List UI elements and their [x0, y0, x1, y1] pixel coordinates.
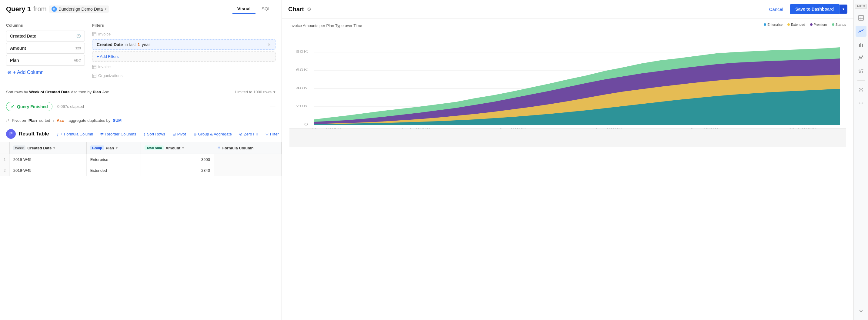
svg-point-33 [861, 58, 862, 59]
pivot-direction: Asc [57, 118, 64, 123]
svg-text:Apr 2020: Apr 2020 [498, 127, 526, 128]
table-row: 2 2019-W45 Extended 2340 [0, 165, 282, 176]
amount-chevron[interactable]: ▾ [182, 146, 184, 150]
legend-dot-extended [787, 23, 790, 26]
area-chart-view-icon[interactable] [856, 26, 867, 37]
column-item-created-date[interactable]: Created Date 🕐 [6, 31, 85, 41]
pivot-info-bar: ⇄ Pivot on Plan sorted ↕ Asc , aggregate… [0, 115, 282, 126]
expand-icon: ▾ [273, 90, 276, 94]
created-date-chevron[interactable]: ▾ [53, 146, 55, 150]
db-dropdown-arrow: ▾ [105, 7, 106, 10]
column-name: Plan [10, 58, 19, 63]
status-label: Query Finished [17, 104, 48, 109]
grid-settings-icon[interactable] [856, 84, 867, 95]
svg-rect-31 [862, 44, 863, 47]
filter-source-3: Organizations [92, 72, 276, 79]
pivot-on-text: Pivot on [12, 118, 26, 123]
svg-point-39 [862, 88, 863, 89]
sort-icon: ↕ [143, 132, 146, 136]
source-label-2: Invoice [98, 65, 111, 69]
legend-label-extended: Extended [791, 23, 805, 26]
legend-dot-enterprise [764, 23, 766, 26]
bar-chart-view-icon[interactable] [856, 39, 867, 50]
combo-chart-view-icon[interactable] [856, 66, 867, 77]
save-main-button[interactable]: Save to Dashboard [790, 4, 839, 14]
row-num-2: 2 [0, 165, 9, 176]
add-filter-button[interactable]: + Add Filters [92, 52, 276, 62]
filter-label: Filter [270, 132, 279, 136]
filters-title: Filters [92, 23, 276, 28]
sort-field-1: Week of Created Date [29, 90, 69, 94]
add-formula-icon[interactable]: + [218, 145, 220, 151]
filter-button[interactable]: ▽ Filter [262, 130, 282, 138]
svg-rect-0 [92, 32, 96, 36]
view-tabs: Visual SQL [232, 4, 276, 13]
legend-label-startup: Startup [836, 23, 846, 26]
more-options-icon[interactable] [856, 98, 867, 108]
group-aggregate-button[interactable]: ⊕ Group & Aggregate [190, 130, 235, 138]
reorder-columns-button[interactable]: ⇄ Reorder Columns [97, 130, 139, 138]
limit-indicator[interactable]: Limited to 1000 rows ▾ [235, 90, 276, 94]
tab-visual[interactable]: Visual [232, 4, 255, 13]
filter-close-icon[interactable]: ✕ [267, 42, 271, 47]
svg-rect-3 [92, 65, 96, 69]
line-chart-view-icon[interactable] [856, 53, 867, 63]
formula-column-header[interactable]: + Formula Column [214, 142, 282, 154]
plan-chevron[interactable]: ▾ [116, 146, 118, 150]
pivot-field: Plan [29, 118, 37, 123]
legend-dot-startup [832, 23, 834, 26]
add-column-button[interactable]: ⊕ + Add Column [6, 67, 85, 77]
scroll-down-icon[interactable] [856, 306, 867, 316]
svg-rect-30 [861, 43, 861, 47]
db-selector[interactable]: D Dundersign Demo Data ▾ [49, 5, 109, 13]
plan-header[interactable]: Group Plan ▾ [86, 142, 141, 154]
row-2-date: 2019-W45 [9, 165, 86, 176]
sort-prefix: Sort rows by [6, 90, 28, 94]
zero-fill-button[interactable]: ⊘ Zero Fill [236, 130, 261, 138]
amount-header[interactable]: Total sum Amount ▾ [141, 142, 214, 154]
db-name: Dundersign Demo Data [59, 7, 103, 11]
formula-column-button[interactable]: ƒ + Formula Column [54, 130, 96, 138]
app-container: Query 1 from D Dundersign Demo Data ▾ Vi… [0, 0, 868, 320]
table-view-icon[interactable] [856, 12, 867, 23]
save-dropdown-button[interactable]: ▾ [839, 4, 847, 13]
sort-rows-button[interactable]: ↕ Sort Rows [140, 130, 168, 138]
query-from-label: from [33, 5, 47, 13]
column-name: Amount [10, 46, 26, 51]
group-tag: Group [90, 146, 104, 150]
result-table-icon: P [6, 129, 16, 139]
legend-label-premium: Premium [814, 23, 827, 26]
reorder-icon: ⇄ [100, 132, 104, 136]
plan-label: Plan [106, 146, 114, 150]
chart-title: Chart [288, 6, 304, 13]
left-panel: Query 1 from D Dundersign Demo Data ▾ Vi… [0, 0, 282, 320]
column-item-plan[interactable]: Plan ABC [6, 55, 85, 66]
table-small-icon-2 [92, 65, 96, 69]
add-column-label: + Add Column [13, 70, 44, 75]
column-name: Created Date [10, 34, 36, 38]
formula-label: + Formula Column [61, 132, 93, 136]
clock-icon: 🕐 [76, 34, 81, 38]
right-sidebar: AUTO [854, 0, 868, 320]
tab-sql[interactable]: SQL [257, 4, 276, 13]
svg-rect-37 [862, 71, 863, 73]
pivot-agg-fn: SUM [113, 118, 122, 123]
column-item-amount[interactable]: Amount 123 [6, 43, 85, 54]
row-2-plan: Extended [86, 165, 141, 176]
chart-area: Invoice Amounts per Plan Type over Time … [282, 19, 854, 320]
svg-text:40K: 40K [296, 86, 308, 90]
created-date-header[interactable]: Week Created Date ▾ [9, 142, 86, 154]
active-filter[interactable]: Created Date in last 1 year ✕ [92, 39, 276, 50]
filter-icon: ▽ [266, 132, 269, 136]
svg-rect-36 [861, 71, 861, 73]
pivot-label: Pivot [177, 132, 186, 136]
group-label: Group & Aggregate [198, 132, 232, 136]
pivot-button[interactable]: ⊞ Pivot [169, 130, 189, 138]
svg-point-34 [862, 56, 863, 57]
svg-rect-25 [859, 15, 864, 20]
chart-settings-icon[interactable]: ⚙ [307, 6, 311, 12]
svg-point-41 [862, 90, 863, 92]
cancel-button[interactable]: Cancel [765, 5, 787, 13]
minimize-button[interactable]: — [270, 103, 276, 110]
result-toolbar: P Result Table ƒ + Formula Column ⇄ Reor… [0, 126, 282, 142]
